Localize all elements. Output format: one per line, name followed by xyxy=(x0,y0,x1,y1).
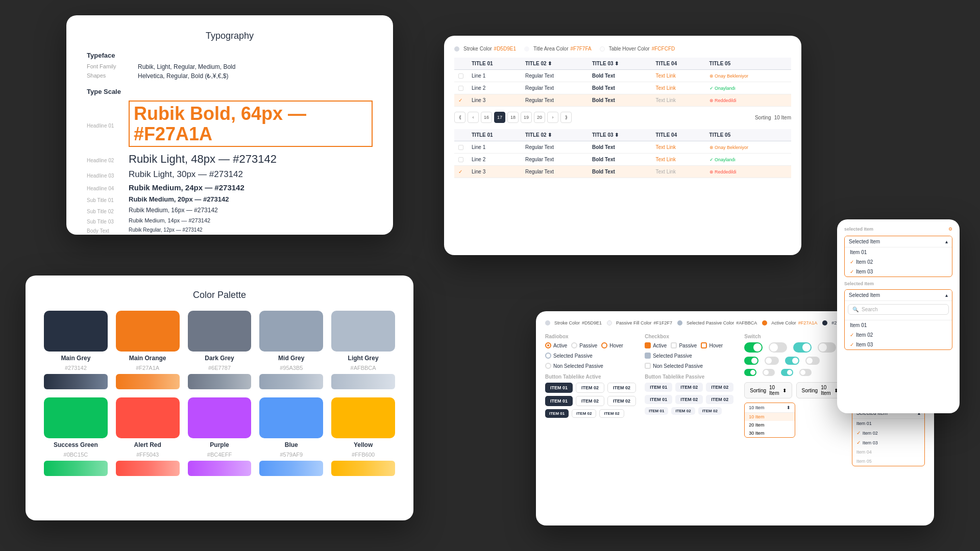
dropdown-item-04[interactable]: Item 04 xyxy=(852,447,924,457)
last-page-btn[interactable]: ⟫ xyxy=(560,112,572,123)
checkbox-hover[interactable]: Hover xyxy=(701,342,723,348)
toggle-2-grey[interactable] xyxy=(805,357,820,365)
settings-icon[interactable]: ⚙ xyxy=(948,227,952,232)
sort-dropdown-1[interactable]: Sorting 10 Item ⬍ xyxy=(744,382,792,398)
stroke-dot xyxy=(454,46,459,52)
sort-option-20[interactable]: 20 Item xyxy=(745,421,795,429)
btn-item-passive-02d[interactable]: ITEM 02 xyxy=(706,395,733,404)
btn-item-01b[interactable]: ITEM 01 xyxy=(545,396,573,406)
right-item-03[interactable]: ✓Item 03 xyxy=(845,267,952,277)
btn-item-passive-02c[interactable]: ITEM 02 xyxy=(675,395,703,404)
first-page-btn[interactable]: ⟪ xyxy=(454,112,465,123)
cell-check-0[interactable] xyxy=(454,70,468,82)
typography-card-title: Typography xyxy=(87,31,373,41)
dropdown-item-05[interactable]: Item 05 xyxy=(852,457,924,466)
btn-item-passive-02f[interactable]: ITEM 02 xyxy=(698,407,722,415)
checkbox-passive[interactable]: Passive xyxy=(671,342,697,348)
toggle-2-on[interactable] xyxy=(744,357,758,365)
prev-page-btn[interactable]: ‹ xyxy=(468,112,479,123)
shapes-label: Shapes xyxy=(87,72,128,80)
dropdown-item-01[interactable]: Item 01 xyxy=(852,419,924,428)
sorting-info: Sorting 10 Item xyxy=(755,115,791,120)
btn-item-01[interactable]: ITEM 01 xyxy=(545,383,573,393)
btn-item-passive-01c[interactable]: ITEM 01 xyxy=(645,407,668,415)
toggle-1-grey[interactable] xyxy=(818,342,836,353)
cell-col4-1[interactable]: Text Link xyxy=(652,82,705,94)
cell-col1-0: Line 1 xyxy=(468,141,521,154)
cell-col4-0[interactable]: Text Link xyxy=(652,70,705,82)
sub-title-02-value: Rubik Medium, 16px — #273142 xyxy=(129,207,218,214)
cell-check-1[interactable] xyxy=(454,82,468,94)
headline-03-value: Rubik Light, 30px — #273142 xyxy=(129,169,243,180)
page-18-btn[interactable]: 18 xyxy=(507,112,519,123)
btn-item-02c[interactable]: ITEM 02 xyxy=(576,396,604,406)
right-dropdown-search-header[interactable]: Selected Item ▴ xyxy=(845,290,952,300)
toggle-1-teal[interactable] xyxy=(793,342,812,353)
page-19-btn[interactable]: 19 xyxy=(521,112,532,123)
toggle-3-grey[interactable] xyxy=(799,369,812,376)
cell-col4-2[interactable]: Text Link xyxy=(652,94,705,107)
toggle-3-teal[interactable] xyxy=(781,369,793,376)
cell-check-2[interactable]: ✓ xyxy=(454,166,468,178)
btn-item-passive-01[interactable]: ITEM 01 xyxy=(645,383,672,392)
toggle-1-off[interactable] xyxy=(769,342,787,353)
radio-active[interactable]: Active xyxy=(545,342,567,348)
dropdown-item-03[interactable]: ✓Item 03 xyxy=(852,438,924,447)
search-item-03[interactable]: ✓Item 03 xyxy=(845,340,952,349)
btn-item-passive-02a[interactable]: ITEM 02 xyxy=(675,383,703,392)
toggle-2-teal[interactable] xyxy=(785,357,799,365)
right-item-02[interactable]: ✓Item 02 xyxy=(845,257,952,267)
color-name-9: Yellow xyxy=(331,441,395,448)
table-row-1[interactable]: Line 2Regular TextBold TextText Link✓ On… xyxy=(454,154,791,166)
sort-value-2: 10 Item xyxy=(821,385,830,396)
btn-item-passive-01b[interactable]: ITEM 01 xyxy=(645,395,672,404)
right-dropdown-header[interactable]: Selected Item ▴ xyxy=(845,236,952,247)
checkbox-non-selected[interactable]: Non Selected Passive xyxy=(645,363,703,369)
radio-selected-passive[interactable]: Selected Passive xyxy=(545,353,593,359)
cell-col4-2[interactable]: Text Link xyxy=(652,166,705,178)
btn-item-01c[interactable]: ITEM 01 xyxy=(545,409,569,418)
table-row-2[interactable]: ✓Line 3Regular TextBold TextText Link⊗ R… xyxy=(454,166,791,178)
toggle-3-on[interactable] xyxy=(744,369,756,376)
search-item-02[interactable]: ✓Item 02 xyxy=(845,330,952,340)
right-item-01[interactable]: Item 01 xyxy=(845,247,952,257)
dropdown-item-02[interactable]: ✓Item 02 xyxy=(852,428,924,438)
toggle-3-off[interactable] xyxy=(763,369,775,376)
toggle-2-off[interactable] xyxy=(765,357,779,365)
cell-check-0[interactable] xyxy=(454,141,468,154)
checkbox-active[interactable]: Active xyxy=(645,342,667,348)
radio-non-selected-circle xyxy=(545,363,551,369)
btn-item-02f[interactable]: ITEM 02 xyxy=(599,409,624,418)
color-palette-title: Color Palette xyxy=(44,290,395,300)
btn-item-passive-02b[interactable]: ITEM 02 xyxy=(706,383,733,392)
radio-non-selected[interactable]: Non Selected Passive xyxy=(545,363,603,369)
btn-item-02d[interactable]: ITEM 02 xyxy=(607,396,636,406)
page-20-btn[interactable]: 20 xyxy=(534,112,545,123)
checkbox-selected-passive[interactable]: Selected Passive xyxy=(645,353,692,359)
btn-item-02b[interactable]: ITEM 02 xyxy=(607,383,636,393)
btn-item-passive-02e[interactable]: ITEM 02 xyxy=(671,407,695,415)
cell-col4-1[interactable]: Text Link xyxy=(652,154,705,166)
radio-hover[interactable]: Hover xyxy=(601,342,623,348)
sort-open-header[interactable]: 10 Item⬍ xyxy=(745,403,795,412)
radio-passive[interactable]: Passive xyxy=(571,342,597,348)
search-item-01[interactable]: Item 01 xyxy=(845,320,952,330)
table-row-2[interactable]: ✓Line 3Regular TextBold TextText Link⊗ R… xyxy=(454,94,791,107)
cell-check-1[interactable] xyxy=(454,154,468,166)
cell-col4-0[interactable]: Text Link xyxy=(652,141,705,154)
cell-check-2[interactable]: ✓ xyxy=(454,94,468,107)
stroke-color-tag: Stroke Color #D5D9E1 xyxy=(454,46,516,52)
sort-dropdown-2[interactable]: Sorting 10 Item ⬍ xyxy=(796,382,844,398)
table-row-0[interactable]: Line 1Regular TextBold TextText Link⊗ On… xyxy=(454,141,791,154)
page-16-btn[interactable]: 16 xyxy=(481,112,492,123)
search-input-box[interactable]: 🔍 Search xyxy=(848,304,949,315)
btn-item-02e[interactable]: ITEM 02 xyxy=(572,409,596,418)
btn-item-02a[interactable]: ITEM 02 xyxy=(576,383,604,393)
toggle-1-on[interactable] xyxy=(744,342,763,353)
sort-option-30[interactable]: 30 Item xyxy=(745,429,795,437)
sort-option-10[interactable]: 10 Item xyxy=(745,413,795,421)
next-page-btn[interactable]: › xyxy=(547,112,558,123)
table-row-0[interactable]: Line 1Regular TextBold TextText Link⊗ On… xyxy=(454,70,791,82)
page-17-btn[interactable]: 17 xyxy=(494,112,505,123)
table-row-1[interactable]: Line 2Regular TextBold TextText Link✓ On… xyxy=(454,82,791,94)
